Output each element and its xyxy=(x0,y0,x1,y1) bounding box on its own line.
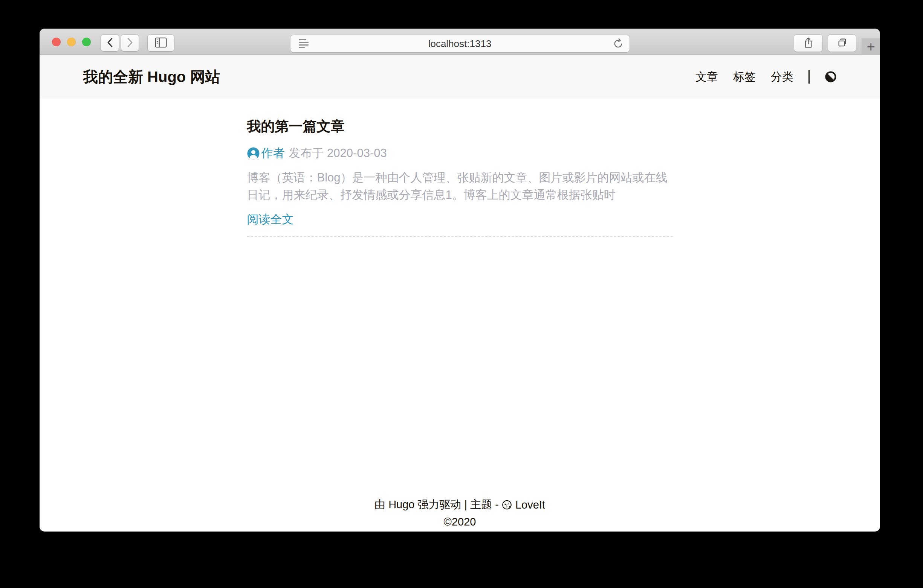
post-list: 我的第一篇文章 作者 发布于 2020-03-03 xyxy=(247,98,673,237)
forward-button[interactable] xyxy=(121,34,139,51)
footer-copyright: ©2020 xyxy=(444,516,476,528)
author-avatar-icon xyxy=(247,147,259,160)
tab-overview-button[interactable] xyxy=(828,34,856,52)
post-preview: 我的第一篇文章 作者 发布于 2020-03-03 xyxy=(247,98,673,237)
url-text[interactable]: localhost:1313 xyxy=(291,38,629,50)
fullscreen-window-button[interactable] xyxy=(82,38,91,46)
site-title[interactable]: 我的全新 Hugo 网站 xyxy=(83,67,220,87)
sidebar-toggle-button[interactable] xyxy=(148,34,174,51)
nav-item-tags[interactable]: 标签 xyxy=(733,69,756,85)
browser-window: localhost:1313 xyxy=(39,29,880,532)
share-button[interactable] xyxy=(794,34,823,52)
nav-item-posts[interactable]: 文章 xyxy=(695,69,718,85)
read-more-link[interactable]: 阅读全文 xyxy=(247,213,294,226)
webpage: 我的全新 Hugo 网站 文章 标签 分类 我的第一篇文章 xyxy=(39,55,880,531)
reader-icon[interactable] xyxy=(299,39,309,48)
theme-toggle-icon[interactable] xyxy=(824,71,837,83)
post-summary: 博客（英语：Blog）是一种由个人管理、张贴新的文章、图片或影片的网站或在线日记… xyxy=(247,169,673,204)
post-title[interactable]: 我的第一篇文章 xyxy=(247,120,673,134)
browser-toolbar: localhost:1313 xyxy=(39,29,880,55)
minimize-window-button[interactable] xyxy=(67,38,76,46)
site-header: 我的全新 Hugo 网站 文章 标签 分类 xyxy=(39,55,880,98)
tabs-icon xyxy=(837,38,847,49)
site-nav: 文章 标签 分类 xyxy=(695,69,837,85)
chevron-right-icon xyxy=(126,37,133,49)
share-icon xyxy=(803,37,813,49)
footer-powered-text: 由 Hugo 强力驱动 | 主题 - xyxy=(374,497,499,512)
chevron-left-icon xyxy=(107,37,113,49)
site-footer: 由 Hugo 强力驱动 | 主题 - LoveIt ©2020 xyxy=(39,497,880,528)
footer-theme-name[interactable]: LoveIt xyxy=(516,499,545,511)
footer-powered-by: 由 Hugo 强力驱动 | 主题 - LoveIt xyxy=(39,497,880,512)
new-tab-button[interactable]: + xyxy=(862,38,880,55)
refresh-icon[interactable] xyxy=(613,38,624,49)
post-meta: 作者 发布于 2020-03-03 xyxy=(247,145,673,161)
nav-divider xyxy=(808,70,810,84)
publish-date: 发布于 2020-03-03 xyxy=(289,145,387,161)
plus-icon: + xyxy=(867,39,875,55)
kissing-face-icon xyxy=(502,500,512,510)
sidebar-icon xyxy=(155,37,167,49)
nav-item-categories[interactable]: 分类 xyxy=(771,69,793,85)
address-bar[interactable]: localhost:1313 xyxy=(291,35,629,52)
author-link[interactable]: 作者 xyxy=(261,145,285,161)
back-button[interactable] xyxy=(101,34,119,51)
close-window-button[interactable] xyxy=(52,38,61,46)
traffic-lights xyxy=(52,29,91,55)
